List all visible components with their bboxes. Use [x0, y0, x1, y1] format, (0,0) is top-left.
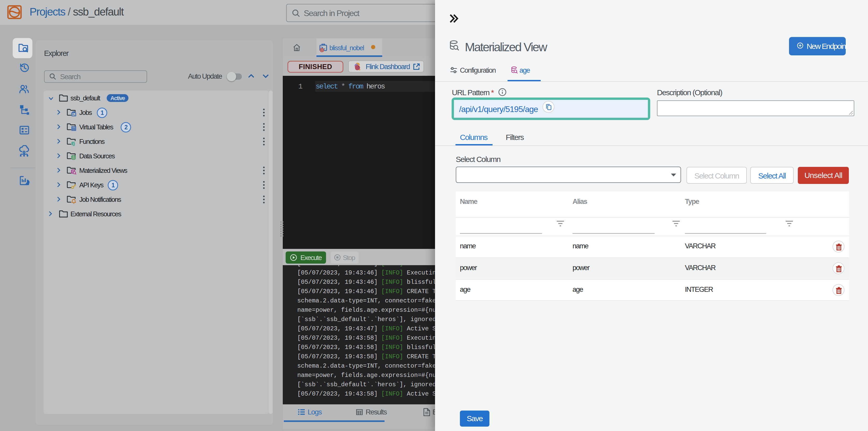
svg-text:f(): f() [71, 141, 75, 146]
